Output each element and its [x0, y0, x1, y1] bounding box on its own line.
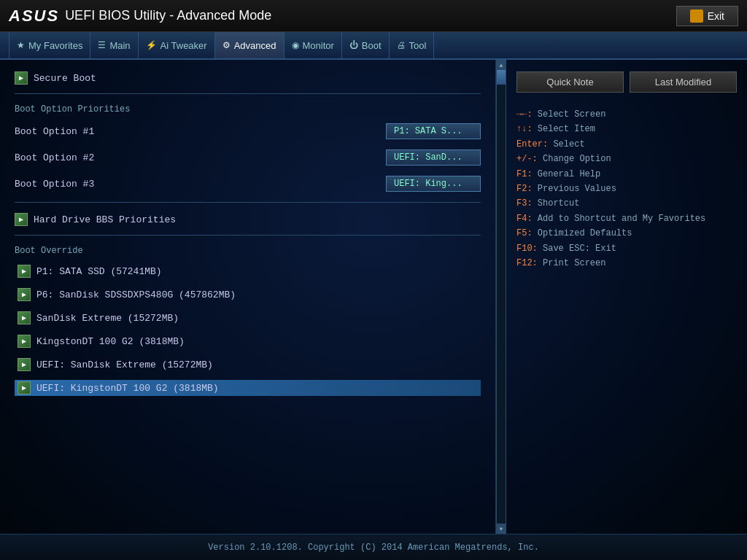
- help-val: Previous Values: [538, 184, 616, 194]
- arrow-icon-2: ▶: [15, 213, 28, 226]
- boot-option-row-3: Boot Option #3 UEFI: King...: [15, 176, 481, 192]
- arrow-icon-4: ▶: [18, 288, 31, 301]
- main-area: ▶ Secure Boot Boot Option Priorities Boo…: [0, 60, 747, 534]
- help-text: →←: Select Screen↑↓: Select ItemEnter: S…: [516, 107, 737, 271]
- exit-button[interactable]: Exit: [676, 6, 738, 26]
- nav-item-tool[interactable]: 🖨 Tool: [390, 32, 435, 58]
- help-val: Shortcut: [538, 198, 580, 209]
- nav-item-advanced[interactable]: ⚙ Advanced: [215, 32, 285, 58]
- help-line: F10: Save ESC: Exit: [516, 241, 737, 256]
- help-line: +/-: Change Option: [516, 152, 737, 166]
- help-key: F5:: [516, 228, 538, 238]
- header-title: UEFI BIOS Utility - Advanced Mode: [65, 8, 676, 23]
- help-line: Enter: Select: [516, 137, 737, 152]
- override-item-4[interactable]: ▶ UEFI: SanDisk Extreme (15272MB): [15, 357, 481, 373]
- help-line: F2: Previous Values: [516, 182, 737, 196]
- override-item-0[interactable]: ▶ P1: SATA SSD (57241MB): [15, 263, 481, 279]
- override-label-3: KingstonDT 100 G2 (3818MB): [36, 336, 185, 347]
- override-label-4: UEFI: SanDisk Extreme (15272MB): [36, 359, 213, 370]
- help-key: F1:: [516, 169, 538, 179]
- override-item-3[interactable]: ▶ KingstonDT 100 G2 (3818MB): [15, 333, 481, 349]
- override-label-0: P1: SATA SSD (57241MB): [36, 266, 162, 277]
- boot-override-title: Boot Override: [15, 246, 481, 256]
- override-item-1[interactable]: ▶ P6: SanDisk SDSSDXPS480G (457862MB): [15, 287, 481, 303]
- power-icon: ⏻: [349, 40, 358, 50]
- nav-item-my-favorites[interactable]: ★ My Favorites: [9, 32, 90, 58]
- help-key: +/-:: [516, 154, 543, 164]
- help-key: Enter:: [516, 139, 553, 149]
- quick-note-button[interactable]: Quick Note: [516, 71, 624, 93]
- arrow-icon: ▶: [15, 71, 28, 85]
- help-val: General Help: [538, 169, 600, 179]
- help-line: F4: Add to Shortcut and My Favorites: [516, 211, 737, 226]
- help-key: F10:: [516, 244, 543, 254]
- exit-icon: [690, 9, 703, 23]
- lightning-icon: ⚡: [146, 40, 157, 50]
- boot-option-row-2: Boot Option #2 UEFI: SanD...: [15, 149, 481, 166]
- arrow-icon-7: ▶: [18, 358, 31, 371]
- boot-option-3-label: Boot Option #3: [15, 179, 386, 190]
- help-line: F5: Optimized Defaults: [516, 226, 737, 241]
- star-icon: ★: [17, 40, 25, 50]
- boot-option-3-value[interactable]: UEFI: King...: [386, 176, 481, 192]
- quick-buttons: Quick Note Last Modified: [516, 71, 737, 93]
- hard-drive-bbs-label: Hard Drive BBS Priorities: [34, 214, 176, 225]
- scrollbar-down[interactable]: ▼: [497, 524, 506, 534]
- help-line: ↑↓: Select Item: [516, 122, 737, 136]
- footer: Version 2.10.1208. Copyright (C) 2014 Am…: [0, 534, 747, 560]
- hard-drive-bbs-item[interactable]: ▶ Hard Drive BBS Priorities: [15, 213, 481, 226]
- help-val: Optimized Defaults: [538, 228, 632, 238]
- secure-boot-label: Secure Boot: [34, 73, 96, 84]
- gear-icon: ⚙: [222, 40, 231, 50]
- header: ASUS UEFI BIOS Utility - Advanced Mode E…: [0, 0, 747, 32]
- last-modified-button[interactable]: Last Modified: [630, 71, 737, 93]
- boot-option-1-label: Boot Option #1: [15, 126, 386, 137]
- help-val: Print Screen: [543, 258, 605, 268]
- help-key: →←:: [516, 109, 538, 120]
- list-icon: ☰: [98, 40, 106, 50]
- nav-item-ai-tweaker[interactable]: ⚡ Ai Tweaker: [139, 32, 215, 58]
- help-val: Change Option: [543, 154, 611, 164]
- boot-option-2-label: Boot Option #2: [15, 152, 386, 163]
- arrow-icon-5: ▶: [18, 311, 31, 324]
- boot-option-row-1: Boot Option #1 P1: SATA S...: [15, 123, 481, 139]
- scrollbar-up[interactable]: ▲: [497, 60, 506, 70]
- asus-logo: ASUS: [9, 7, 59, 26]
- help-val: Select Item: [538, 124, 595, 134]
- secure-boot-item[interactable]: ▶ Secure Boot: [15, 71, 481, 85]
- help-key: ↑↓:: [516, 124, 538, 134]
- override-item-5[interactable]: ▶ UEFI: KingstonDT 100 G2 (3818MB): [15, 380, 481, 396]
- help-val: Select Screen: [538, 109, 606, 120]
- right-panel: Quick Note Last Modified →←: Select Scre…: [506, 60, 747, 534]
- help-line: →←: Select Screen: [516, 107, 737, 122]
- help-key: F12:: [516, 258, 543, 268]
- nav-bar: ★ My Favorites ☰ Main ⚡ Ai Tweaker ⚙ Adv…: [0, 32, 747, 60]
- scrollbar[interactable]: ▲ ▼: [496, 60, 506, 534]
- help-val: Add to Shortcut and My Favorites: [538, 214, 705, 224]
- help-key: F4:: [516, 214, 538, 224]
- nav-item-monitor[interactable]: ◉ Monitor: [285, 32, 342, 58]
- footer-text: Version 2.10.1208. Copyright (C) 2014 Am…: [208, 542, 539, 553]
- override-label-2: SanDisk Extreme (15272MB): [36, 313, 179, 324]
- boot-option-1-value[interactable]: P1: SATA S...: [386, 123, 481, 139]
- nav-item-boot[interactable]: ⏻ Boot: [342, 32, 390, 58]
- divider-1: [15, 93, 481, 94]
- left-panel: ▶ Secure Boot Boot Option Priorities Boo…: [0, 60, 496, 534]
- arrow-icon-6: ▶: [18, 335, 31, 348]
- override-item-2[interactable]: ▶ SanDisk Extreme (15272MB): [15, 310, 481, 326]
- override-label-5: UEFI: KingstonDT 100 G2 (3818MB): [36, 383, 219, 394]
- help-key: F3:: [516, 198, 538, 209]
- help-val: Select: [553, 139, 584, 149]
- help-line: F12: Print Screen: [516, 256, 737, 271]
- scrollbar-thumb[interactable]: [497, 70, 506, 85]
- boot-option-2-value[interactable]: UEFI: SanD...: [386, 149, 481, 166]
- arrow-icon-3: ▶: [18, 265, 31, 278]
- divider-3: [15, 235, 481, 236]
- help-key: F2:: [516, 184, 538, 194]
- arrow-icon-8: ▶: [18, 381, 31, 394]
- divider-2: [15, 202, 481, 203]
- print-icon: 🖨: [397, 40, 406, 50]
- help-line: F3: Shortcut: [516, 196, 737, 211]
- monitor-icon: ◉: [292, 40, 299, 50]
- nav-item-main[interactable]: ☰ Main: [90, 32, 138, 58]
